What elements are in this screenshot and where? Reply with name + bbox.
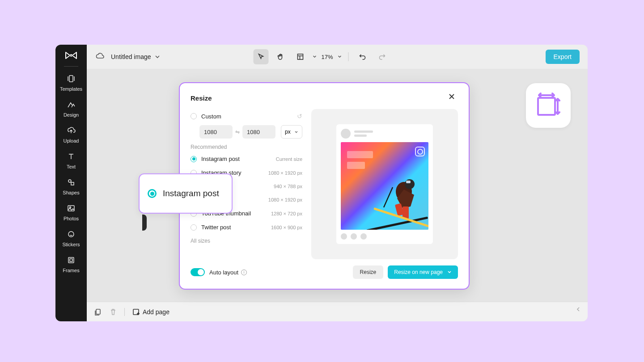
- svg-line-18: [384, 187, 393, 207]
- chevron-down-icon[interactable]: [312, 55, 317, 59]
- templates-icon: [67, 75, 76, 84]
- option-meta: 1600 × 900 px: [271, 225, 302, 230]
- sidebar-item-label: Shapes: [63, 190, 79, 195]
- document-title-text: Untitled image: [111, 53, 151, 60]
- separator: [348, 52, 349, 61]
- radio-icon: [148, 189, 157, 198]
- sidebar-item-label: Templates: [60, 86, 82, 92]
- instagram-icon: [415, 147, 425, 156]
- instagram-post-callout: Instagram post: [139, 173, 233, 214]
- chevron-down-icon: [294, 130, 298, 134]
- photos-icon: [67, 204, 76, 214]
- svg-rect-0: [69, 76, 73, 82]
- svg-rect-2: [71, 182, 74, 185]
- app-logo-icon: [65, 51, 77, 60]
- toolbar: Untitled image 17% Export: [87, 45, 588, 69]
- option-instagram-post[interactable]: Instagram post Current size: [191, 152, 302, 166]
- width-input[interactable]: [199, 125, 233, 139]
- svg-rect-13: [406, 181, 411, 183]
- radio-icon: [191, 224, 197, 231]
- unit-select[interactable]: px: [281, 125, 302, 139]
- frames-icon: [67, 256, 76, 266]
- resize-on-new-page-button[interactable]: Resize on new page: [388, 265, 458, 279]
- svg-rect-6: [68, 257, 74, 263]
- svg-rect-3: [68, 206, 74, 211]
- svg-rect-8: [297, 54, 303, 59]
- zoom-level[interactable]: 17%: [321, 54, 333, 60]
- resize-button[interactable]: Resize: [353, 265, 384, 279]
- separator: [124, 308, 125, 316]
- cloud-sync-icon[interactable]: [95, 51, 105, 62]
- option-custom[interactable]: Custom ↺: [191, 109, 302, 123]
- preview-card: [336, 124, 433, 244]
- redo-button[interactable]: [375, 49, 390, 64]
- option-meta: 1080 × 1920 px: [268, 197, 302, 202]
- modal-title: Resize: [191, 94, 212, 102]
- sidebar-item-templates[interactable]: Templates: [55, 70, 87, 96]
- divider: [64, 66, 78, 67]
- text-icon: [67, 152, 76, 162]
- sidebar-item-design[interactable]: Design: [55, 96, 87, 122]
- stickers-icon: [67, 230, 76, 240]
- option-twitter-post[interactable]: Twitter post 1600 × 900 px: [191, 220, 302, 234]
- option-meta: Current size: [276, 156, 302, 162]
- hand-tool-button[interactable]: [273, 49, 288, 64]
- chevron-down-icon[interactable]: [338, 55, 342, 59]
- add-page-label: Add page: [143, 308, 169, 316]
- preview-avatar: [341, 129, 351, 139]
- svg-point-5: [68, 232, 74, 237]
- bottombar: Add page: [87, 302, 588, 321]
- option-meta: 940 × 788 px: [274, 184, 302, 189]
- resize-badge-icon: [526, 83, 571, 128]
- design-icon: [67, 101, 76, 110]
- delete-button[interactable]: [109, 308, 117, 316]
- option-meta: 1080 × 1920 px: [268, 170, 302, 176]
- all-sizes-section-label: All sizes: [191, 234, 302, 246]
- next-page-button[interactable]: [575, 306, 581, 314]
- sidebar-item-frames[interactable]: Frames: [55, 252, 87, 278]
- close-button[interactable]: [448, 93, 458, 103]
- sidebar-item-label: Upload: [64, 138, 79, 143]
- sidebar-item-label: Stickers: [62, 242, 80, 247]
- svg-point-1: [68, 180, 71, 182]
- svg-rect-9: [96, 309, 100, 314]
- option-label: Custom: [201, 113, 292, 120]
- svg-rect-7: [70, 259, 72, 261]
- undo-button[interactable]: [355, 49, 370, 64]
- add-page-button[interactable]: Add page: [132, 308, 169, 316]
- shapes-icon: [67, 178, 76, 188]
- auto-layout-toggle[interactable]: [191, 268, 205, 276]
- add-page-icon: [132, 308, 140, 316]
- callout-text: Instagram post: [163, 189, 219, 198]
- sidebar-item-label: Photos: [64, 216, 79, 221]
- option-label: Twitter post: [201, 224, 267, 231]
- sidebar-item-shapes[interactable]: Shapes: [55, 174, 87, 200]
- document-title[interactable]: Untitled image: [111, 53, 160, 60]
- sidebar-item-label: Text: [67, 164, 76, 169]
- export-button[interactable]: Export: [546, 50, 580, 64]
- option-meta: 1280 × 720 px: [271, 211, 302, 216]
- sidebar-item-label: Design: [64, 112, 79, 118]
- height-input[interactable]: [242, 125, 275, 139]
- link-dimensions-icon[interactable]: ⇋: [235, 129, 240, 135]
- sidebar: Templates Design Upload Text Shapes Phot…: [55, 45, 87, 321]
- sidebar-item-photos[interactable]: Photos: [55, 200, 87, 226]
- svg-rect-19: [538, 98, 555, 115]
- select-tool-button[interactable]: [253, 49, 268, 64]
- radio-icon: [191, 113, 197, 119]
- preview-panel: [311, 109, 458, 259]
- layout-tool-button[interactable]: [292, 49, 308, 64]
- chevron-down-icon: [155, 54, 160, 59]
- chevron-down-icon: [447, 270, 452, 274]
- sidebar-item-text[interactable]: Text: [55, 148, 87, 174]
- sidebar-item-upload[interactable]: Upload: [55, 122, 87, 148]
- radio-icon: [191, 156, 197, 162]
- option-label: Instagram post: [201, 156, 271, 162]
- pages-button[interactable]: [94, 308, 102, 316]
- custom-dimensions: ⇋ px: [191, 123, 302, 140]
- sidebar-item-stickers[interactable]: Stickers: [55, 226, 87, 252]
- info-icon[interactable]: i: [241, 269, 247, 275]
- auto-layout-label: Auto layout i: [209, 269, 247, 276]
- reset-icon[interactable]: ↺: [297, 113, 302, 120]
- upload-icon: [67, 126, 76, 136]
